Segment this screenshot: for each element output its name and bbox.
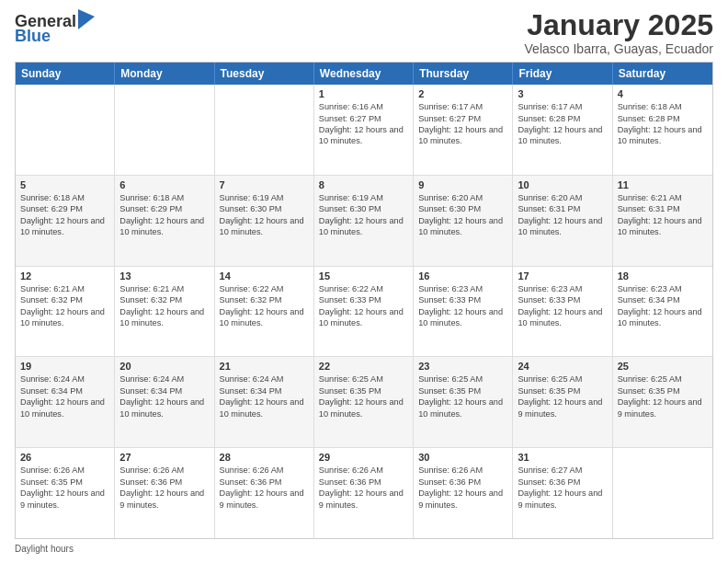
calendar: SundayMondayTuesdayWednesdayThursdayFrid… [15, 62, 713, 539]
calendar-cell: 7Sunrise: 6:19 AM Sunset: 6:30 PM Daylig… [215, 176, 314, 266]
calendar-cell [115, 85, 214, 175]
calendar-cell: 2Sunrise: 6:17 AM Sunset: 6:27 PM Daylig… [414, 85, 513, 175]
calendar-cell: 6Sunrise: 6:18 AM Sunset: 6:29 PM Daylig… [115, 176, 214, 266]
day-info: Sunrise: 6:18 AM Sunset: 6:28 PM Dayligh… [618, 101, 708, 147]
day-number: 9 [418, 179, 507, 190]
day-info: Sunrise: 6:27 AM Sunset: 6:36 PM Dayligh… [518, 465, 607, 511]
day-info: Sunrise: 6:26 AM Sunset: 6:36 PM Dayligh… [220, 465, 309, 511]
day-number: 22 [319, 361, 408, 372]
day-number: 13 [119, 270, 209, 282]
calendar-cell: 5Sunrise: 6:18 AM Sunset: 6:29 PM Daylig… [16, 176, 115, 266]
day-info: Sunrise: 6:18 AM Sunset: 6:29 PM Dayligh… [20, 192, 109, 238]
day-info: Sunrise: 6:19 AM Sunset: 6:30 PM Dayligh… [220, 192, 309, 238]
day-info: Sunrise: 6:26 AM Sunset: 6:35 PM Dayligh… [20, 465, 109, 511]
location: Velasco Ibarra, Guayas, Ecuador [525, 41, 713, 56]
calendar-cell: 18Sunrise: 6:23 AM Sunset: 6:34 PM Dayli… [613, 267, 712, 357]
day-number: 6 [119, 179, 209, 190]
calendar-cell: 12Sunrise: 6:21 AM Sunset: 6:32 PM Dayli… [16, 267, 115, 357]
day-number: 23 [418, 361, 507, 372]
calendar-cell: 16Sunrise: 6:23 AM Sunset: 6:33 PM Dayli… [414, 267, 513, 357]
calendar-header-cell: Friday [513, 63, 612, 85]
calendar-row: 5Sunrise: 6:18 AM Sunset: 6:29 PM Daylig… [16, 175, 712, 266]
calendar-cell: 30Sunrise: 6:26 AM Sunset: 6:36 PM Dayli… [414, 448, 513, 538]
day-number: 17 [518, 270, 607, 282]
day-info: Sunrise: 6:20 AM Sunset: 6:31 PM Dayligh… [518, 192, 607, 238]
calendar-cell: 19Sunrise: 6:24 AM Sunset: 6:34 PM Dayli… [16, 357, 115, 447]
day-info: Sunrise: 6:17 AM Sunset: 6:27 PM Dayligh… [418, 101, 507, 147]
calendar-cell: 15Sunrise: 6:22 AM Sunset: 6:33 PM Dayli… [314, 267, 414, 357]
calendar-cell: 28Sunrise: 6:26 AM Sunset: 6:36 PM Dayli… [215, 448, 314, 538]
calendar-row: 26Sunrise: 6:26 AM Sunset: 6:35 PM Dayli… [16, 447, 712, 538]
day-number: 8 [319, 179, 408, 190]
calendar-cell: 29Sunrise: 6:26 AM Sunset: 6:36 PM Dayli… [314, 448, 414, 538]
day-info: Sunrise: 6:26 AM Sunset: 6:36 PM Dayligh… [418, 465, 507, 511]
logo: General Blue [15, 13, 95, 44]
day-info: Sunrise: 6:24 AM Sunset: 6:34 PM Dayligh… [20, 373, 109, 419]
day-info: Sunrise: 6:23 AM Sunset: 6:33 PM Dayligh… [518, 283, 607, 329]
day-number: 14 [220, 270, 309, 282]
day-number: 25 [618, 361, 708, 372]
page: General Blue January 2025 Velasco Ibarra… [0, 0, 728, 563]
calendar-cell: 17Sunrise: 6:23 AM Sunset: 6:33 PM Dayli… [513, 267, 612, 357]
calendar-header-cell: Saturday [613, 63, 712, 85]
day-info: Sunrise: 6:19 AM Sunset: 6:30 PM Dayligh… [319, 192, 408, 238]
day-number: 15 [319, 270, 408, 282]
calendar-cell: 10Sunrise: 6:20 AM Sunset: 6:31 PM Dayli… [513, 176, 612, 266]
day-number: 2 [418, 88, 507, 99]
day-info: Sunrise: 6:20 AM Sunset: 6:30 PM Dayligh… [418, 192, 507, 238]
day-info: Sunrise: 6:17 AM Sunset: 6:28 PM Dayligh… [518, 101, 607, 147]
day-number: 12 [20, 270, 109, 282]
day-number: 31 [518, 452, 607, 463]
day-number: 16 [418, 270, 507, 282]
day-number: 1 [319, 88, 408, 99]
day-info: Sunrise: 6:16 AM Sunset: 6:27 PM Dayligh… [319, 101, 408, 147]
calendar-row: 12Sunrise: 6:21 AM Sunset: 6:32 PM Dayli… [16, 266, 712, 357]
calendar-cell: 11Sunrise: 6:21 AM Sunset: 6:31 PM Dayli… [613, 176, 712, 266]
calendar-cell: 9Sunrise: 6:20 AM Sunset: 6:30 PM Daylig… [414, 176, 513, 266]
calendar-cell: 31Sunrise: 6:27 AM Sunset: 6:36 PM Dayli… [513, 448, 612, 538]
day-info: Sunrise: 6:18 AM Sunset: 6:29 PM Dayligh… [119, 192, 209, 238]
calendar-cell: 4Sunrise: 6:18 AM Sunset: 6:28 PM Daylig… [613, 85, 712, 175]
day-info: Sunrise: 6:21 AM Sunset: 6:31 PM Dayligh… [618, 192, 708, 238]
day-number: 18 [618, 270, 708, 282]
day-info: Sunrise: 6:22 AM Sunset: 6:32 PM Dayligh… [220, 283, 309, 329]
calendar-cell [16, 85, 115, 175]
calendar-header-cell: Monday [115, 63, 214, 85]
logo-icon [78, 9, 95, 29]
calendar-header-cell: Wednesday [314, 63, 414, 85]
title-section: January 2025 Velasco Ibarra, Guayas, Ecu… [525, 9, 713, 56]
calendar-row: 19Sunrise: 6:24 AM Sunset: 6:34 PM Dayli… [16, 356, 712, 447]
logo-blue: Blue [15, 28, 95, 44]
day-info: Sunrise: 6:25 AM Sunset: 6:35 PM Dayligh… [319, 373, 408, 419]
day-info: Sunrise: 6:24 AM Sunset: 6:34 PM Dayligh… [119, 373, 209, 419]
day-number: 5 [20, 179, 109, 190]
calendar-header-cell: Tuesday [215, 63, 314, 85]
header: General Blue January 2025 Velasco Ibarra… [15, 9, 713, 56]
calendar-cell: 22Sunrise: 6:25 AM Sunset: 6:35 PM Dayli… [314, 357, 414, 447]
day-info: Sunrise: 6:21 AM Sunset: 6:32 PM Dayligh… [20, 283, 109, 329]
day-number: 30 [418, 452, 507, 463]
day-info: Sunrise: 6:26 AM Sunset: 6:36 PM Dayligh… [119, 465, 209, 511]
calendar-header-cell: Sunday [16, 63, 115, 85]
day-info: Sunrise: 6:26 AM Sunset: 6:36 PM Dayligh… [319, 465, 408, 511]
day-info: Sunrise: 6:23 AM Sunset: 6:33 PM Dayligh… [418, 283, 507, 329]
day-number: 4 [618, 88, 708, 99]
day-number: 20 [119, 361, 209, 372]
calendar-cell [215, 85, 314, 175]
svg-marker-0 [78, 9, 95, 29]
day-info: Sunrise: 6:22 AM Sunset: 6:33 PM Dayligh… [319, 283, 408, 329]
day-number: 3 [518, 88, 607, 99]
calendar-cell: 24Sunrise: 6:25 AM Sunset: 6:35 PM Dayli… [513, 357, 612, 447]
month-title: January 2025 [525, 9, 713, 41]
day-number: 29 [319, 452, 408, 463]
day-info: Sunrise: 6:24 AM Sunset: 6:34 PM Dayligh… [220, 373, 309, 419]
calendar-cell [613, 448, 712, 538]
daylight-label: Daylight hours [15, 544, 74, 554]
day-number: 11 [618, 179, 708, 190]
calendar-cell: 27Sunrise: 6:26 AM Sunset: 6:36 PM Dayli… [115, 448, 214, 538]
footer: Daylight hours [15, 544, 713, 554]
calendar-cell: 26Sunrise: 6:26 AM Sunset: 6:35 PM Dayli… [16, 448, 115, 538]
day-number: 27 [119, 452, 209, 463]
calendar-header: SundayMondayTuesdayWednesdayThursdayFrid… [16, 63, 712, 85]
day-number: 28 [220, 452, 309, 463]
